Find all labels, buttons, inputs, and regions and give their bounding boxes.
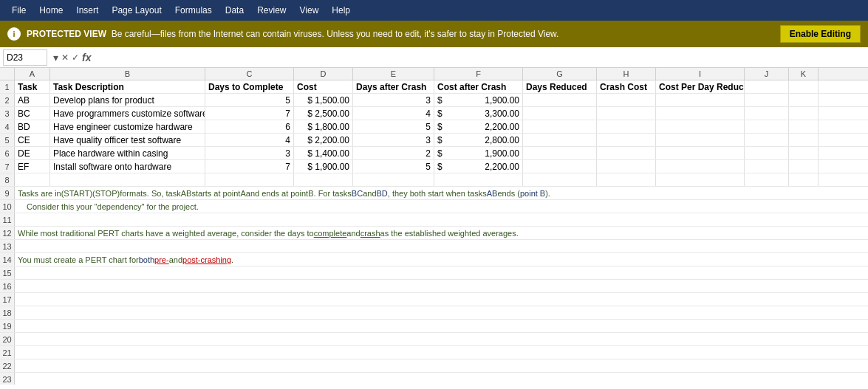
cell-i8[interactable]	[656, 173, 745, 186]
cell-a1[interactable]: Task	[15, 80, 50, 93]
cell-i3[interactable]	[656, 107, 745, 120]
cell-h1[interactable]: Crash Cost	[597, 80, 656, 93]
cell-19[interactable]	[15, 320, 868, 332]
cell-i7[interactable]	[656, 160, 745, 173]
cell-g7[interactable]	[523, 160, 597, 173]
cell-18[interactable]	[15, 306, 868, 319]
cell-k2[interactable]	[789, 94, 819, 106]
cell-b6[interactable]: Place hardware within casing	[50, 147, 205, 159]
cell-f8[interactable]	[434, 173, 523, 186]
cell-k4[interactable]	[789, 120, 819, 133]
cell-f6[interactable]: $1,900.00	[434, 147, 523, 159]
cell-j2[interactable]	[745, 94, 789, 106]
menu-view[interactable]: View	[294, 2, 325, 18]
col-header-j[interactable]: J	[745, 68, 789, 80]
cell-j8[interactable]	[745, 173, 789, 186]
cell-c2[interactable]: 5	[205, 94, 294, 106]
cell-c5[interactable]: 4	[205, 134, 294, 146]
col-header-f[interactable]: F	[434, 68, 523, 80]
cell-a7[interactable]: EF	[15, 160, 50, 173]
cell-note-12[interactable]: While most traditional PERT charts have …	[15, 227, 868, 239]
cell-h8[interactable]	[597, 173, 656, 186]
cell-e4[interactable]: 5	[353, 120, 434, 133]
cell-c8[interactable]	[205, 173, 294, 186]
cell-g3[interactable]	[523, 107, 597, 120]
cell-k5[interactable]	[789, 134, 819, 146]
cell-f1[interactable]: Cost after Crash	[434, 80, 523, 93]
cell-i4[interactable]	[656, 120, 745, 133]
menu-insert[interactable]: Insert	[70, 2, 104, 18]
cell-h3[interactable]	[597, 107, 656, 120]
cell-h4[interactable]	[597, 120, 656, 133]
cell-i6[interactable]	[656, 147, 745, 159]
cell-22[interactable]	[15, 359, 868, 372]
col-header-d[interactable]: D	[294, 68, 353, 80]
cell-a6[interactable]: DE	[15, 147, 50, 159]
cell-d5[interactable]: $ 2,200.00	[294, 134, 353, 146]
cell-16[interactable]	[15, 280, 868, 292]
col-header-c[interactable]: C	[205, 68, 294, 80]
enable-editing-button[interactable]: Enable Editing	[780, 25, 861, 43]
cell-k8[interactable]	[789, 173, 819, 186]
cell-d6[interactable]: $ 1,400.00	[294, 147, 353, 159]
col-header-g[interactable]: G	[523, 68, 597, 80]
cell-note-10[interactable]: Consider this your "dependency" for the …	[15, 200, 868, 213]
cell-d3[interactable]: $ 2,500.00	[294, 107, 353, 120]
cell-e7[interactable]: 5	[353, 160, 434, 173]
cell-b4[interactable]: Have engineer customize hardware	[50, 120, 205, 133]
menu-page-layout[interactable]: Page Layout	[106, 2, 167, 18]
cell-i1[interactable]: Cost Per Day Reduced	[656, 80, 745, 93]
cell-d1[interactable]: Cost	[294, 80, 353, 93]
menu-data[interactable]: Data	[219, 2, 250, 18]
cell-g2[interactable]	[523, 94, 597, 106]
cell-e2[interactable]: 3	[353, 94, 434, 106]
col-header-a[interactable]: A	[15, 68, 50, 80]
cell-j5[interactable]	[745, 134, 789, 146]
cell-f2[interactable]: $1,900.00	[434, 94, 523, 106]
menu-home[interactable]: Home	[33, 2, 69, 18]
confirm-icon[interactable]: ✓	[72, 52, 79, 63]
cell-b8[interactable]	[50, 173, 205, 186]
cell-i2[interactable]	[656, 94, 745, 106]
cell-e6[interactable]: 2	[353, 147, 434, 159]
cell-j1[interactable]	[745, 80, 789, 93]
cell-f7[interactable]: $2,200.00	[434, 160, 523, 173]
cell-a8[interactable]	[15, 173, 50, 186]
cell-g5[interactable]	[523, 134, 597, 146]
cell-k6[interactable]	[789, 147, 819, 159]
cell-h6[interactable]	[597, 147, 656, 159]
cell-j7[interactable]	[745, 160, 789, 173]
cell-e3[interactable]: 4	[353, 107, 434, 120]
cell-23[interactable]	[15, 373, 868, 385]
cell-k7[interactable]	[789, 160, 819, 173]
cell-c1[interactable]: Days to Complete	[205, 80, 294, 93]
cell-f4[interactable]: $2,200.00	[434, 120, 523, 133]
cell-c3[interactable]: 7	[205, 107, 294, 120]
cell-d7[interactable]: $ 1,900.00	[294, 160, 353, 173]
col-header-k[interactable]: K	[789, 68, 819, 80]
cell-d8[interactable]	[294, 173, 353, 186]
cell-b5[interactable]: Have quality officer test software	[50, 134, 205, 146]
cell-d4[interactable]: $ 1,800.00	[294, 120, 353, 133]
cell-j3[interactable]	[745, 107, 789, 120]
cell-15[interactable]	[15, 266, 868, 279]
col-header-e[interactable]: E	[353, 68, 434, 80]
cell-a5[interactable]: CE	[15, 134, 50, 146]
col-header-i[interactable]: I	[656, 68, 745, 80]
cell-g1[interactable]: Days Reduced	[523, 80, 597, 93]
cell-a4[interactable]: BD	[15, 120, 50, 133]
formula-input[interactable]	[97, 51, 865, 64]
cell-e1[interactable]: Days after Crash	[353, 80, 434, 93]
cell-reference-input[interactable]	[3, 49, 47, 66]
cell-k1[interactable]	[789, 80, 819, 93]
cell-20[interactable]	[15, 333, 868, 345]
col-header-h[interactable]: H	[597, 68, 656, 80]
cell-k3[interactable]	[789, 107, 819, 120]
cell-g6[interactable]	[523, 147, 597, 159]
col-header-b[interactable]: B	[50, 68, 205, 80]
cell-21[interactable]	[15, 346, 868, 359]
cell-d2[interactable]: $ 1,500.00	[294, 94, 353, 106]
cell-note-9[interactable]: Tasks are in (START) (STOP) formats. So,…	[15, 187, 868, 199]
cell-j4[interactable]	[745, 120, 789, 133]
cell-a11[interactable]	[15, 213, 868, 226]
